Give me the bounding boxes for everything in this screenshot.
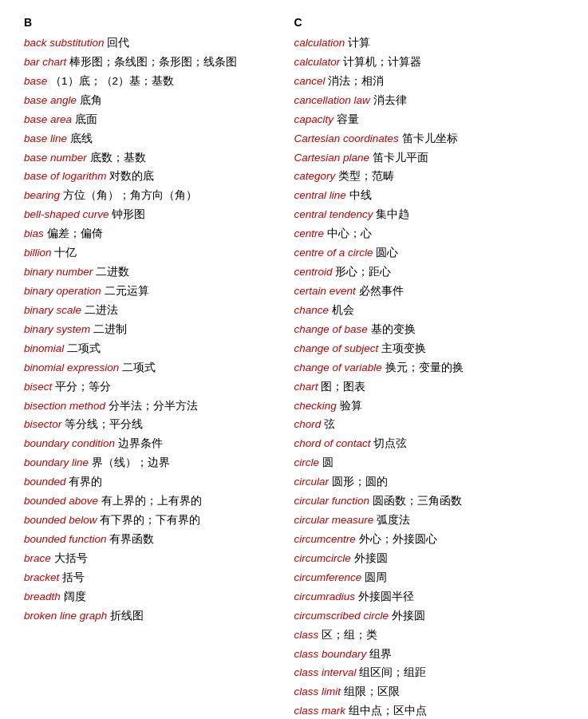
entry-english: category: [294, 170, 336, 182]
entry-chinese: 外接圆: [392, 610, 425, 622]
entry-chinese: 有下界的；下有界的: [100, 514, 200, 526]
entry-chinese: 外接圆半径: [358, 591, 414, 602]
list-item: bearing 方位（角）；角方向（角）: [24, 188, 278, 204]
list-item: class interval 组区间；组距: [294, 665, 549, 681]
entry-chinese: 外心；外接圆心: [359, 533, 437, 545]
list-item: back substitution 回代: [24, 35, 278, 52]
entry-english: circle: [294, 456, 320, 468]
entry-chinese: 二项式: [67, 342, 101, 354]
entry-english: circumscribed circle: [294, 610, 389, 622]
list-item: class boundary 组界: [294, 646, 549, 663]
entry-english: bounded below: [24, 514, 97, 526]
entry-chinese: 折线图: [110, 610, 144, 622]
entry-chinese: 棒形图；条线图；条形图；线条图: [69, 56, 237, 68]
entry-english: binary number: [24, 266, 93, 278]
entry-chinese: 回代: [107, 37, 129, 49]
entry-chinese: 容量: [337, 113, 359, 125]
entry-chinese: 基的变换: [371, 323, 416, 335]
list-item: class 区；组；类: [294, 627, 549, 644]
entry-chinese: 形心；距心: [335, 266, 391, 278]
entry-chinese: 中心；心: [327, 227, 372, 239]
right-column: C calculation 计算calculator 计算机；计算器cancel…: [294, 16, 565, 719]
entry-chinese: 平分；等分: [55, 381, 111, 393]
list-item: bisector 等分线；平分线: [24, 417, 278, 433]
entry-chinese: 大括号: [54, 552, 88, 564]
list-item: Cartesian coordinates 笛卡儿坐标: [294, 131, 549, 148]
right-entries-container: calculation 计算calculator 计算机；计算器cancel 消…: [294, 35, 549, 719]
list-item: base angle 底角: [24, 93, 278, 109]
entry-english: chance: [294, 304, 330, 316]
entry-english: boundary line: [24, 456, 89, 468]
entry-english: chart: [294, 381, 318, 393]
entry-english: bounded function: [24, 533, 107, 545]
entry-chinese: 计算: [348, 37, 370, 49]
entry-english: certain event: [294, 285, 356, 297]
list-item: broken line graph 折线图: [24, 608, 278, 625]
entry-chinese: 十亿: [54, 247, 77, 259]
list-item: circular 圆形；圆的: [294, 474, 549, 491]
entry-english: binomial expression: [24, 361, 119, 373]
list-item: bell-shaped curve 钟形图: [24, 207, 278, 223]
entry-english: bias: [24, 227, 44, 239]
entry-english: circular measure: [294, 514, 374, 526]
entry-chinese: 二进数: [96, 266, 129, 278]
list-item: circumcentre 外心；外接圆心: [294, 531, 549, 548]
entry-chinese: 二元运算: [105, 285, 149, 297]
entry-chinese: 方位（角）；角方向（角）: [63, 189, 197, 201]
entry-english: bracket: [24, 571, 59, 583]
list-item: binary number 二进数: [24, 264, 278, 281]
entry-chinese: 笛卡儿平面: [373, 152, 428, 164]
entry-english: cancellation law: [294, 94, 370, 106]
entry-english: boundary condition: [24, 437, 115, 449]
entry-chinese: 换元；变量的换: [385, 361, 464, 373]
entry-english: centre of a circle: [294, 247, 373, 259]
entry-english: base of logarithm: [24, 170, 107, 182]
entry-chinese: 弦: [324, 418, 335, 430]
entry-chinese: 图；图表: [321, 381, 365, 393]
list-item: central tendency 集中趋: [294, 207, 549, 223]
list-item: binary system 二进制: [24, 322, 278, 338]
list-item: binary scale 二进法: [24, 302, 278, 319]
list-item: binomial expression 二项式: [24, 360, 278, 377]
entry-chinese: 圆周: [365, 571, 387, 583]
list-item: class limit 组限；区限: [294, 684, 549, 701]
list-item: category 类型；范畴: [294, 168, 549, 185]
list-item: change of variable 换元；变量的换: [294, 360, 549, 377]
entry-english: bar chart: [24, 56, 66, 68]
entry-chinese: 二项式: [122, 361, 156, 373]
entry-chinese: 验算: [340, 400, 362, 412]
entry-chinese: 二进法: [85, 304, 118, 316]
list-item: base （1）底；（2）基；基数: [24, 73, 278, 90]
list-item: centre of a circle 圆心: [294, 245, 549, 262]
entry-english: change of variable: [294, 361, 382, 373]
entry-chinese: 组限；区限: [344, 685, 400, 697]
list-item: circular measure 弧度法: [294, 512, 549, 529]
list-item: base area 底面: [24, 112, 278, 128]
entry-english: centroid: [294, 266, 333, 278]
list-item: base of logarithm 对数的底: [24, 168, 278, 185]
entry-english: class interval: [294, 666, 357, 678]
entry-chinese: 有上界的；上有界的: [101, 495, 202, 507]
entry-english: bounded: [24, 476, 66, 488]
entry-chinese: 圆形；圆的: [332, 476, 388, 488]
list-item: bounded above 有上界的；上有界的: [24, 493, 278, 510]
entry-english: binomial: [24, 342, 64, 354]
entry-english: broken line graph: [24, 610, 107, 622]
entry-english: base number: [24, 152, 87, 164]
entry-chinese: 括号: [62, 571, 85, 583]
entry-english: class limit: [294, 685, 341, 697]
list-item: chance 机会: [294, 302, 549, 319]
entry-english: circular: [294, 476, 330, 488]
entry-english: circumference: [294, 571, 362, 583]
entry-chinese: 圆心: [376, 247, 398, 259]
list-item: chord 弦: [294, 417, 549, 433]
entry-chinese: 底线: [70, 132, 93, 144]
list-item: circumcircle 外接圆: [294, 551, 549, 567]
entry-english: checking: [294, 400, 337, 412]
list-item: circumradius 外接圆半径: [294, 589, 549, 606]
list-item: bounded 有界的: [24, 474, 278, 491]
entry-chinese: 弧度法: [377, 514, 410, 526]
entry-english: bisect: [24, 381, 52, 393]
list-item: centre 中心；心: [294, 226, 549, 243]
entry-chinese: （1）底；（2）基；基数: [50, 75, 174, 87]
